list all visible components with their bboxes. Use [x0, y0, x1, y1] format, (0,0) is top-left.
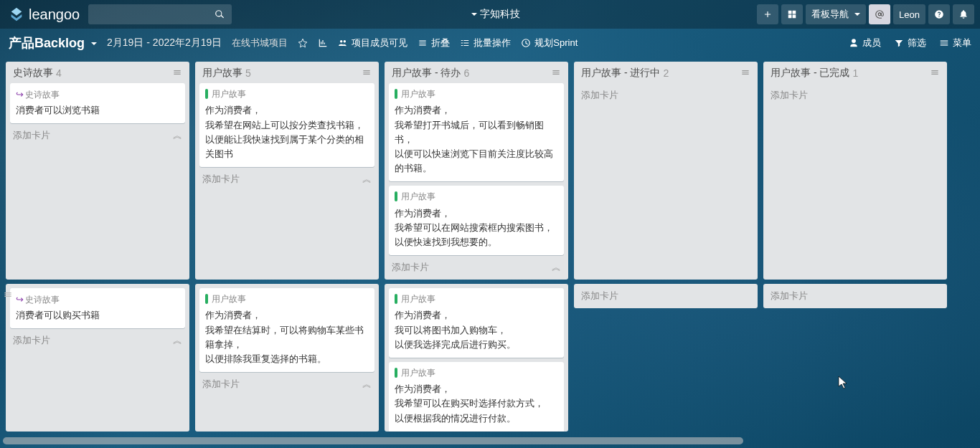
- board-project[interactable]: 在线书城项目: [232, 37, 288, 49]
- org-name: 字知科技: [480, 8, 520, 21]
- card-tag-epic: ↪ 史诗故事: [16, 292, 60, 307]
- add-card-button[interactable]: 添加卡片: [574, 284, 758, 308]
- brand-logo[interactable]: leangoo: [6, 6, 83, 23]
- chevrons-up-icon: ︽: [362, 378, 372, 391]
- add-card-button[interactable]: 添加卡片: [763, 83, 947, 108]
- menu-button[interactable]: 菜单: [939, 37, 971, 49]
- star-button[interactable]: [298, 38, 308, 48]
- filter-button[interactable]: 筛选: [894, 37, 926, 49]
- filter-icon: [894, 38, 904, 48]
- card-text: 消费者可以浏览书籍: [16, 103, 179, 118]
- collapse-icon: [418, 38, 428, 48]
- tag-bar-icon: [395, 89, 397, 99]
- board-bar: 产品Backlog 2月19日 - 2022年2月19日 在线书城项目 项目成员…: [0, 29, 980, 57]
- swimlane-handle[interactable]: [3, 290, 13, 302]
- column-done: 用户故事 - 已完成 1 添加卡片: [763, 62, 947, 280]
- people-icon: [338, 38, 348, 48]
- column-menu-button[interactable]: [362, 67, 372, 80]
- column-menu-button[interactable]: [740, 67, 750, 80]
- plan-sprint-button[interactable]: 规划Sprint: [521, 37, 578, 49]
- add-card-button[interactable]: 添加卡片 ︽: [6, 328, 189, 353]
- swimlane: ↪ 史诗故事 消费者可以购买书籍 添加卡片 ︽: [6, 284, 974, 432]
- column-epic: ↪ 史诗故事 消费者可以购买书籍 添加卡片 ︽: [6, 284, 189, 432]
- add-button[interactable]: [757, 4, 778, 24]
- arrow-icon: ↪: [16, 87, 24, 102]
- tag-bar-icon: [205, 294, 208, 304]
- card[interactable]: ↪ 史诗故事 消费者可以浏览书籍: [10, 83, 185, 123]
- add-card-button[interactable]: 添加卡片 ︽: [195, 372, 379, 396]
- menu-lines-icon: [3, 290, 13, 300]
- column-title: 史诗故事: [13, 67, 53, 80]
- collapse-button[interactable]: 折叠: [418, 37, 450, 49]
- column-todo: 用户故事 - 待办 6 用户故事 作为消费者， 我希望打开书城后，可以看到畅销图…: [385, 62, 568, 280]
- card[interactable]: 用户故事 作为消费者， 我希望可以在购买时选择付款方式， 以便根据我的情况进行付…: [389, 362, 564, 432]
- batch-button[interactable]: 批量操作: [460, 37, 511, 49]
- card-text: 作为消费者， 我希望可以在购买时选择付款方式， 以便根据我的情况进行付款。: [395, 382, 558, 425]
- card-tag-story: 用户故事: [205, 87, 246, 101]
- mentions-button[interactable]: [869, 4, 890, 24]
- column-title: 用户故事 - 进行中: [581, 67, 660, 80]
- card-text: 作为消费者， 我希望在结算时，可以将购物车某些书籍拿掉， 以便排除我重复选择的书…: [205, 308, 369, 366]
- card[interactable]: ↪ 史诗故事 消费者可以购买书籍: [10, 288, 185, 328]
- chevrons-up-icon: ︽: [173, 334, 182, 347]
- logo-icon: [9, 6, 24, 22]
- column-count: 6: [463, 67, 469, 79]
- star-icon: [298, 38, 308, 48]
- bell-icon: [958, 9, 969, 19]
- tag-bar-icon: [395, 294, 397, 304]
- column-title: 用户故事 - 待办: [392, 67, 461, 80]
- column-count: 5: [245, 67, 251, 79]
- board-title-dropdown[interactable]: 产品Backlog: [9, 34, 97, 52]
- user-icon: [849, 38, 859, 48]
- chevrons-up-icon: ︽: [362, 173, 372, 186]
- add-card-button[interactable]: 添加卡片 ︽: [385, 255, 568, 280]
- grid-icon: [787, 9, 797, 19]
- notifications-button[interactable]: [953, 4, 974, 24]
- card-text: 作为消费者， 我希望打开书城后，可以看到畅销图书， 以便可以快速浏览下目前关注度…: [395, 103, 558, 176]
- add-card-button[interactable]: 添加卡片: [763, 284, 947, 308]
- column-menu-button[interactable]: [172, 67, 182, 80]
- board-area: 史诗故事 4 ↪ 史诗故事 消费者可以浏览书籍: [0, 57, 980, 448]
- search-icon: [215, 9, 225, 19]
- add-card-button[interactable]: 添加卡片 ︽: [195, 167, 379, 191]
- card[interactable]: 用户故事 作为消费者， 我希望在网站上可以按分类查找书籍， 以便能让我快速找到属…: [199, 83, 374, 167]
- chevrons-up-icon: ︽: [173, 129, 182, 142]
- card[interactable]: 用户故事 作为消费者， 我可以将图书加入购物车， 以便我选择完成后进行购买。: [389, 288, 564, 358]
- card-tag-story: 用户故事: [395, 292, 435, 306]
- horizontal-scrollbar[interactable]: [3, 437, 743, 444]
- user-menu[interactable]: Leon: [893, 4, 925, 24]
- column-story: 用户故事 作为消费者， 我希望在结算时，可以将购物车某些书籍拿掉， 以便排除我重…: [195, 284, 379, 432]
- help-button[interactable]: [928, 4, 950, 24]
- column-count: 1: [852, 67, 858, 79]
- chevrons-up-icon: ︽: [552, 261, 561, 274]
- column-doing: 用户故事 - 进行中 2 添加卡片: [574, 62, 758, 280]
- arrow-icon: ↪: [16, 292, 24, 307]
- add-card-button[interactable]: 添加卡片 ︽: [6, 123, 189, 148]
- search-input[interactable]: [88, 4, 232, 24]
- menu-lines-icon: [740, 67, 750, 77]
- card-tag-story: 用户故事: [395, 190, 435, 204]
- add-card-button[interactable]: 添加卡片: [574, 83, 758, 108]
- board-date-range: 2月19日 - 2022年2月19日: [107, 37, 222, 49]
- menu-lines-icon: [172, 67, 182, 77]
- card[interactable]: 用户故事 作为消费者， 我希望打开书城后，可以看到畅销图书， 以便可以快速浏览下…: [389, 83, 564, 181]
- brand-name: leangoo: [29, 6, 80, 23]
- members-button[interactable]: 成员: [849, 37, 881, 49]
- tag-bar-icon: [395, 368, 397, 378]
- menu-lines-icon: [930, 67, 940, 77]
- column-menu-button[interactable]: [551, 67, 561, 80]
- org-selector[interactable]: 字知科技: [237, 8, 751, 21]
- column-title: 用户故事: [202, 67, 242, 80]
- card[interactable]: 用户故事 作为消费者， 我希望可以在网站搜索框内搜索图书， 以便快速找到我想要的…: [389, 186, 564, 255]
- board-nav-dropdown[interactable]: 看板导航: [806, 4, 866, 24]
- stats-button[interactable]: [318, 38, 328, 48]
- card-tag-epic: ↪ 史诗故事: [16, 87, 60, 102]
- swimlane: 史诗故事 4 ↪ 史诗故事 消费者可以浏览书籍: [6, 62, 974, 280]
- caret-down-icon: [468, 8, 477, 19]
- column-story: 用户故事 5 用户故事 作为消费者， 我希望在网站上可以按分类查找书籍， 以便能…: [195, 62, 379, 280]
- apps-button[interactable]: [781, 4, 803, 24]
- column-menu-button[interactable]: [930, 67, 940, 80]
- hamburger-icon: [939, 38, 949, 48]
- visibility-button[interactable]: 项目成员可见: [338, 37, 407, 49]
- card[interactable]: 用户故事 作为消费者， 我希望在结算时，可以将购物车某些书籍拿掉， 以便排除我重…: [199, 288, 374, 372]
